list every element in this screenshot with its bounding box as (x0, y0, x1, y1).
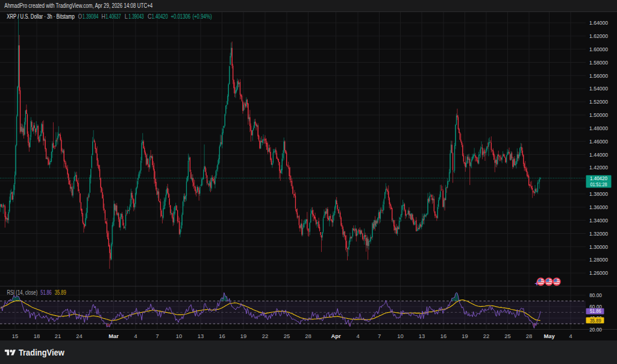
svg-text:1.40637: 1.40637 (105, 13, 121, 20)
svg-text:25: 25 (284, 333, 290, 339)
svg-text:1.62000: 1.62000 (589, 33, 608, 39)
svg-text:TradingView: TradingView (19, 348, 65, 357)
svg-text:13: 13 (419, 333, 425, 339)
svg-text:1.30000: 1.30000 (589, 243, 608, 250)
svg-text:L: L (125, 13, 128, 20)
svg-text:24: 24 (76, 333, 82, 339)
svg-text:1.44000: 1.44000 (589, 151, 608, 158)
svg-text:19: 19 (240, 333, 246, 339)
svg-text:7: 7 (155, 333, 158, 339)
svg-text:7: 7 (378, 333, 381, 339)
svg-text:1.26000: 1.26000 (589, 269, 608, 276)
svg-text:16: 16 (440, 333, 446, 339)
svg-text:4: 4 (569, 333, 572, 339)
svg-text:1.52000: 1.52000 (589, 98, 608, 105)
svg-text:1.60000: 1.60000 (589, 46, 608, 52)
svg-text:May: May (543, 333, 555, 339)
svg-text:1.39084: 1.39084 (83, 13, 99, 20)
svg-text:1.40420: 1.40420 (152, 13, 168, 20)
svg-text:1.48000: 1.48000 (589, 125, 608, 131)
svg-text:1.28000: 1.28000 (589, 256, 608, 263)
svg-text:18: 18 (34, 333, 40, 339)
svg-text:10: 10 (397, 333, 403, 339)
svg-text:22: 22 (483, 333, 489, 339)
svg-text:Apr: Apr (331, 333, 340, 339)
svg-text:4: 4 (356, 333, 359, 339)
svg-text:XRP / U.S. Dollar · 3h · Bitst: XRP / U.S. Dollar · 3h · Bitstamp (7, 13, 75, 20)
svg-text:35.89: 35.89 (590, 318, 601, 324)
svg-text:10: 10 (176, 333, 182, 339)
svg-text:4: 4 (134, 333, 137, 339)
svg-text:O: O (78, 13, 83, 20)
svg-text:1.56000: 1.56000 (589, 72, 608, 79)
svg-text:13: 13 (198, 333, 204, 339)
svg-text:1.58000: 1.58000 (589, 59, 608, 66)
svg-text:1.50000: 1.50000 (589, 111, 608, 118)
svg-text:19: 19 (462, 333, 468, 339)
svg-text:1.46000: 1.46000 (589, 138, 608, 145)
svg-text:21: 21 (55, 333, 61, 339)
svg-text:1.36000: 1.36000 (589, 204, 608, 210)
svg-text:28: 28 (305, 333, 311, 339)
svg-text:1.38000: 1.38000 (589, 190, 608, 197)
svg-text:51.86: 51.86 (590, 308, 601, 314)
svg-text:35.89: 35.89 (55, 289, 66, 296)
svg-text:15: 15 (12, 333, 18, 339)
svg-text:AhmadPro created with TradingV: AhmadPro created with TradingView.com, A… (4, 2, 152, 9)
svg-text:1.54000: 1.54000 (589, 85, 608, 92)
svg-text:Mar: Mar (108, 333, 119, 339)
svg-text:C: C (148, 13, 152, 20)
svg-text:80.00: 80.00 (589, 292, 602, 298)
svg-text:1.42000: 1.42000 (589, 164, 608, 171)
svg-text:1.32000: 1.32000 (589, 230, 608, 237)
svg-text:25: 25 (504, 333, 510, 339)
svg-text:1.34000: 1.34000 (589, 217, 608, 224)
svg-text:+0.01306: +0.01306 (171, 13, 191, 20)
svg-text:28: 28 (526, 333, 532, 339)
svg-text:51.86: 51.86 (40, 289, 52, 296)
svg-text:H: H (101, 13, 105, 20)
svg-text:1.64000: 1.64000 (589, 19, 608, 26)
svg-text:RSI (14, close): RSI (14, close) (7, 289, 37, 296)
svg-text:16: 16 (219, 333, 225, 339)
svg-text:(+0.94%): (+0.94%) (192, 13, 211, 20)
svg-text:22: 22 (262, 333, 268, 339)
svg-text:1.39043: 1.39043 (128, 13, 144, 20)
svg-text:20.00: 20.00 (589, 326, 602, 333)
svg-text:01:51:28: 01:51:28 (590, 181, 607, 187)
